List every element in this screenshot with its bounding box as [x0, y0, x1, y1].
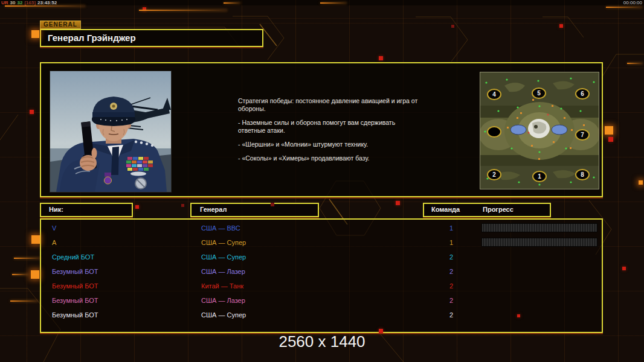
general-title-box: Генерал Грэйнджер	[40, 29, 263, 47]
player-team: 2	[447, 264, 456, 279]
resolution-label: 2560 x 1440	[0, 332, 644, 351]
decor-line	[627, 63, 643, 64]
map-start-position-5: 5	[532, 87, 546, 99]
debug-part: 32	[17, 0, 22, 5]
decor-square	[379, 329, 383, 333]
map-start-position-2: 2	[487, 169, 501, 180]
player-team: 2	[447, 293, 456, 308]
player-team: 2	[447, 250, 456, 264]
general-portrait	[50, 71, 172, 192]
briefing-paragraph: Стратегия победы: постоянное давление ав…	[238, 97, 424, 113]
loading-screen: UR3032[165]23:43:52 00:00:00 GENERAL Ген…	[0, 0, 644, 362]
briefing-paragraph: - Наземные силы и оборона помогут вам сд…	[238, 119, 424, 135]
player-general: США — Супер	[201, 250, 246, 264]
player-general: Китай — Танк	[201, 279, 243, 293]
player-team: 2	[447, 279, 456, 293]
header-team-label: Команда	[431, 206, 460, 213]
decor-square	[608, 137, 613, 142]
minimap: 4567218	[480, 72, 599, 189]
player-team: 2	[447, 308, 456, 322]
debug-part: UR	[1, 0, 8, 5]
decor-square	[517, 314, 520, 317]
header-general: Генерал	[190, 203, 319, 217]
decor-line	[139, 10, 227, 11]
decor-line	[5, 5, 85, 7]
decor-line	[606, 7, 642, 8]
player-nick: Безумный БОТ	[52, 279, 98, 293]
decor-square	[271, 203, 274, 206]
decor-line	[12, 274, 28, 275]
decor-square	[31, 235, 40, 244]
decor-square	[30, 110, 34, 114]
player-general: США — ВВС	[201, 221, 240, 235]
player-general: США — Супер	[201, 308, 246, 322]
header-general-label: Генерал	[200, 206, 227, 213]
decor-line	[10, 300, 38, 302]
decor-square	[559, 24, 563, 28]
decor-square	[396, 201, 400, 205]
decor-line	[320, 2, 347, 4]
match-timer: 00:00:00	[623, 1, 642, 5]
general-tab-label: GENERAL	[40, 21, 81, 29]
decor-square	[31, 270, 39, 279]
general-name: Генерал Грэйнджер	[41, 30, 262, 43]
decor-square	[181, 204, 184, 207]
debug-part: 30	[10, 0, 16, 5]
player-nick: V	[52, 221, 56, 235]
decor-square	[31, 30, 39, 38]
decor-square	[135, 205, 139, 209]
header-nick-label: Ник:	[49, 206, 63, 213]
player-nick: Средний БОТ	[52, 250, 94, 264]
player-row: Безумный БОТСША — Лазер2	[41, 293, 602, 308]
decor-square	[605, 126, 613, 135]
briefing-text: Стратегия победы: постоянное давление ав…	[238, 97, 424, 168]
player-row: AСША — Супер1	[41, 235, 602, 250]
player-table-body: VСША — ВВС1AСША — Супер1Средний БОТСША —…	[41, 221, 602, 322]
decor-square	[451, 25, 454, 28]
decor-square	[622, 267, 626, 270]
map-start-position-6: 6	[575, 88, 590, 100]
header-team-progress: Команда Прогресс	[423, 203, 551, 217]
map-start-position-1: 1	[532, 171, 547, 182]
player-team: 1	[447, 235, 456, 250]
briefing-paragraph: - «Шершни» и «Молнии» штурмуют технику.	[238, 141, 424, 148]
header-nick: Ник:	[40, 203, 133, 217]
decor-line	[14, 258, 40, 259]
progress-bar	[481, 238, 597, 247]
player-nick: A	[52, 235, 56, 250]
map-start-position-4: 4	[487, 89, 501, 100]
player-row: Безумный БОТКитай — Танк2	[41, 279, 602, 293]
player-row: Средний БОТСША — Супер2	[41, 250, 602, 264]
debug-part: 23:43:52	[37, 0, 57, 5]
briefing-panel: Стратегия победы: постоянное давление ав…	[40, 62, 603, 197]
player-nick: Безумный БОТ	[52, 308, 98, 322]
progress-bar	[481, 223, 597, 232]
player-general: США — Лазер	[201, 264, 245, 279]
header-progress-label: Прогресс	[483, 206, 514, 213]
debug-part: [165]	[24, 0, 36, 5]
decor-line	[224, 2, 240, 4]
player-row: VСША — ВВС1	[41, 221, 602, 235]
briefing-paragraph: - «Соколы» и «Химеры» продавливают базу.	[238, 154, 424, 162]
debug-readout: UR3032[165]23:43:52	[1, 1, 59, 5]
player-general: США — Супер	[201, 235, 246, 250]
map-start-position-7: 7	[575, 129, 590, 141]
decor-square	[639, 180, 643, 185]
map-start-position-8: 8	[575, 169, 590, 180]
decor-square	[379, 56, 383, 60]
player-nick: Безумный БОТ	[52, 264, 98, 279]
player-team: 1	[447, 221, 456, 235]
player-nick: Безумный БОТ	[52, 293, 98, 308]
player-row: Безумный БОТСША — Лазер2	[41, 264, 602, 279]
player-general: США — Лазер	[201, 293, 245, 308]
map-start-position-taken	[487, 126, 501, 138]
